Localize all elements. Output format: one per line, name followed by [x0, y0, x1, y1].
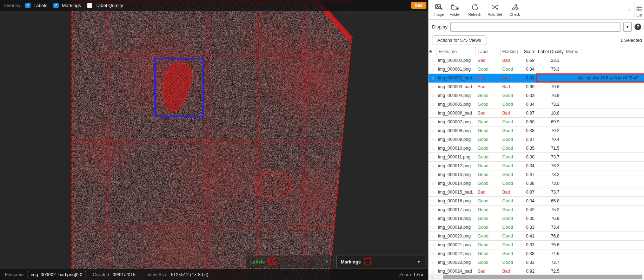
table-row[interactable]: ☆ img_000012.png Good Good 0.34 76.3: [429, 162, 644, 170]
labels-dropdown[interactable]: Labels ▼: [246, 255, 333, 268]
column-header-star[interactable]: ★: [429, 47, 437, 56]
star-icon[interactable]: ☆: [429, 163, 437, 169]
column-header-memo[interactable]: Memo: [564, 47, 644, 56]
table-row[interactable]: ☆ img_000021.png Good Good 0.33 75.6: [429, 241, 644, 249]
star-icon[interactable]: ☆: [429, 111, 437, 116]
markings-dropdown[interactable]: Markings ▼: [336, 255, 425, 268]
labels-checkbox[interactable]: ✓: [25, 3, 31, 8]
display-input[interactable]: [450, 22, 620, 32]
table-row[interactable]: ☆ img_000000.png Bad Bad 0.69 23.1: [429, 56, 644, 65]
add-image-button[interactable]: Image: [431, 1, 447, 19]
add-folder-button[interactable]: Folder: [447, 1, 463, 19]
table-row[interactable]: ☆ img_000006_bad Bad Bad 0.87 18.8: [429, 109, 644, 118]
star-icon[interactable]: ☆: [429, 198, 437, 204]
star-icon[interactable]: ☆: [429, 190, 437, 195]
table-row[interactable]: ☆ img_000005.png Good Good 0.34 73.2: [429, 100, 644, 109]
chevron-down-icon[interactable]: ▼: [325, 260, 329, 264]
display-dropdown-button[interactable]: ▼: [623, 22, 632, 32]
table-row[interactable]: ☆ img_000016.png Good Good 0.34 65.8: [429, 197, 644, 206]
star-icon[interactable]: ☆: [429, 93, 437, 98]
star-icon[interactable]: ☆: [429, 128, 437, 134]
horizontal-scrollbar[interactable]: ‹: [429, 274, 644, 280]
auto-set-button[interactable]: Auto Set: [487, 1, 503, 19]
cell-label: Good: [476, 260, 500, 265]
table-row[interactable]: ☆ img_000022.png Good Good 0.38 74.6: [429, 249, 644, 258]
refresh-button[interactable]: Refresh: [467, 1, 483, 19]
status-badge: bad: [411, 2, 426, 9]
star-icon[interactable]: ☆: [429, 76, 437, 81]
cell-label: Good: [476, 146, 500, 151]
toolbar-button-label: Folder: [450, 12, 460, 17]
column-header-label[interactable]: Label: [476, 47, 500, 56]
table-row[interactable]: ☆ img_000007.png Good Good 0.50 69.9: [429, 118, 644, 126]
star-icon[interactable]: ☆: [429, 269, 437, 274]
display-row: Display ▼ ?: [429, 20, 644, 34]
column-header-quality[interactable]: Label Quality: [536, 47, 564, 56]
cell-marking: Bad: [500, 269, 522, 274]
scrollbar-thumb[interactable]: [443, 275, 642, 279]
table-row[interactable]: ☆ img_000020.png Good Good 0.41 76.8: [429, 232, 644, 241]
table-row[interactable]: ☆ img_000003_bad Bad Bad 0.90 70.6: [429, 83, 644, 91]
check-button[interactable]: Check: [507, 1, 523, 19]
cell-marking: Good: [500, 216, 522, 221]
star-icon[interactable]: ☆: [429, 146, 437, 151]
star-icon[interactable]: ☆: [429, 119, 437, 125]
help-button[interactable]: ?: [635, 24, 641, 30]
filename-value[interactable]: img_000002_bad.png|0:0: [27, 271, 86, 278]
star-icon[interactable]: ☆: [429, 234, 437, 239]
table-row[interactable]: ☆ img_000019.png Good Good 0.33 73.4: [429, 223, 644, 232]
scroll-left-icon[interactable]: ‹: [429, 274, 435, 280]
cell-filename: img_000011.png: [437, 155, 476, 159]
star-icon[interactable]: ☆: [429, 84, 437, 90]
table-row[interactable]: ☆ img_000017.png Good Good 0.42 75.2: [429, 206, 644, 214]
star-icon[interactable]: ☆: [429, 155, 437, 160]
column-header-score[interactable]: Score: [522, 47, 536, 56]
table-row[interactable]: ☆ img_000011.png Good Good 0.38 73.7: [429, 153, 644, 162]
cell-quality: 72.5: [536, 269, 564, 274]
star-icon[interactable]: ☆: [429, 172, 437, 177]
star-icon[interactable]: ☆: [429, 181, 437, 186]
markings-checkbox-label[interactable]: Markings: [62, 3, 81, 8]
table-row[interactable]: ☆ img_000023.png Good Good 0.33 72.7: [429, 258, 644, 267]
image-region[interactable]: [72, 0, 353, 280]
star-icon[interactable]: ☆: [429, 260, 437, 265]
label-quality-checkbox[interactable]: ✓: [87, 3, 92, 8]
table-row[interactable]: ☆ img_000002_bad Bad Bad 0.91 label qual…: [429, 74, 644, 83]
table-row[interactable]: ☆ img_000008.png Good Good 0.38 70.2: [429, 126, 644, 135]
table-row[interactable]: ☆ img_000024_bad Bad Bad 0.92 72.5: [429, 267, 644, 274]
filename-label: Filename: [5, 272, 24, 277]
star-icon[interactable]: ☆: [429, 216, 437, 221]
actions-button[interactable]: Actions for 575 Views: [432, 35, 486, 45]
star-icon[interactable]: ☆: [429, 58, 437, 63]
table-row[interactable]: ☆ img_000001.png Good Good 0.34 73.3: [429, 65, 644, 74]
column-header-marking[interactable]: Marking: [500, 47, 522, 56]
labels-checkbox-label[interactable]: Labels: [34, 3, 48, 8]
label-quality-checkbox-label[interactable]: Label Quality: [95, 3, 123, 8]
marking-swatch-icon: [364, 258, 371, 265]
cell-filename: img_000019.png: [437, 225, 476, 230]
star-icon[interactable]: ☆: [429, 242, 437, 248]
star-icon[interactable]: ☆: [429, 67, 437, 72]
table-row[interactable]: ☆ img_000009.png Good Good 0.37 70.4: [429, 135, 644, 144]
table-row[interactable]: ☆ img_000013.png Good Good 0.37 73.2: [429, 170, 644, 179]
cell-marking: Good: [500, 119, 522, 124]
table-row[interactable]: ☆ img_000010.png Good Good 0.35 71.5: [429, 144, 644, 153]
star-icon[interactable]: ☆: [429, 102, 437, 107]
image-canvas[interactable]: [72, 0, 353, 280]
star-icon[interactable]: ☆: [429, 207, 437, 213]
markings-checkbox[interactable]: ✓: [53, 3, 59, 8]
table-row[interactable]: ☆ img_000014.png Good Good 0.38 73.0: [429, 179, 644, 188]
cell-label: Good: [476, 216, 500, 221]
table-row[interactable]: ☆ img_000004.png Good Good 0.33 76.9: [429, 91, 644, 100]
table-row[interactable]: ☆ img_000018.png Good Good 0.35 76.9: [429, 214, 644, 223]
list-icon: [636, 5, 643, 12]
chevron-right-icon[interactable]: ›: [624, 6, 635, 13]
chevron-down-icon[interactable]: ▼: [417, 260, 421, 264]
cell-filename: img_000024_bad: [437, 269, 476, 274]
star-icon[interactable]: ☆: [429, 225, 437, 230]
star-icon[interactable]: ☆: [429, 137, 437, 142]
star-icon[interactable]: ☆: [429, 251, 437, 256]
list-view-button[interactable]: List: [635, 3, 644, 17]
column-header-filename[interactable]: Filename: [437, 47, 476, 56]
table-row[interactable]: ☆ img_000015_bad. Bad Bad 0.87 73.7: [429, 188, 644, 197]
